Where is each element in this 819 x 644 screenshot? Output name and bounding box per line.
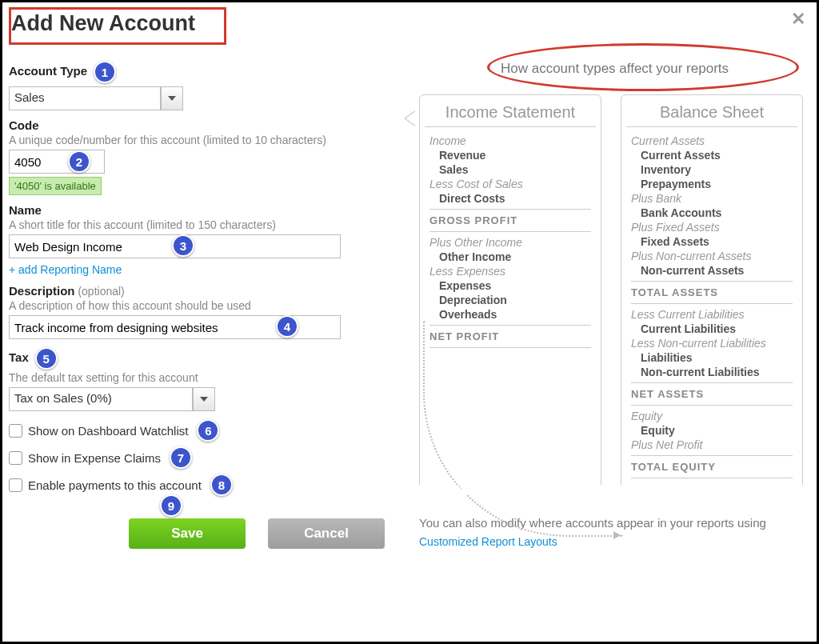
bs-less-cl: Less Current Liabilities bbox=[621, 307, 802, 322]
chevron-down-icon bbox=[168, 96, 176, 101]
speech-tail-icon bbox=[404, 110, 415, 126]
bs-liab: Liabilities bbox=[621, 350, 802, 365]
bs-equity: Equity bbox=[621, 423, 802, 438]
bs-plus-bank: Plus Bank bbox=[621, 191, 802, 206]
chevron-down-icon bbox=[200, 397, 208, 402]
is-gross-profit: GROSS PROFIT bbox=[420, 213, 601, 228]
account-type-label: Account Type bbox=[9, 64, 87, 78]
tax-hint: The default tax setting for this account bbox=[9, 371, 385, 384]
code-label: Code bbox=[9, 118, 385, 132]
marker-2: 2 bbox=[68, 150, 90, 173]
save-button[interactable]: Save bbox=[129, 518, 246, 549]
code-input[interactable] bbox=[9, 150, 105, 174]
is-overheads: Overheads bbox=[420, 307, 601, 322]
is-other-income: Other Income bbox=[420, 250, 601, 264]
code-availability: '4050' is available bbox=[9, 177, 102, 195]
is-plus-other: Plus Other Income bbox=[420, 235, 601, 250]
tax-label: Tax bbox=[9, 350, 29, 364]
marker-4: 4 bbox=[276, 315, 298, 338]
add-reporting-name-link[interactable]: + add Reporting Name bbox=[9, 263, 385, 276]
description-optional: (optional) bbox=[78, 285, 124, 298]
description-hint: A description of how this account should… bbox=[9, 299, 385, 312]
description-label: Description bbox=[9, 284, 75, 298]
bs-bank: Bank Accounts bbox=[621, 206, 802, 220]
marker-6: 6 bbox=[197, 419, 219, 442]
bs-nca: Non-current Assets bbox=[621, 263, 802, 278]
expense-checkbox[interactable] bbox=[9, 451, 22, 465]
bs-ca: Current Assets bbox=[621, 148, 802, 162]
bs-plus-nca: Plus Non-current Assets bbox=[621, 249, 802, 263]
bs-inventory: Inventory bbox=[621, 162, 802, 177]
balance-sheet-title: Balance Sheet bbox=[626, 95, 797, 127]
balance-sheet-card: Balance Sheet Current Assets Current Ass… bbox=[621, 94, 803, 490]
marker-3: 3 bbox=[172, 234, 194, 257]
footnote-text: You can also modify where accounts appea… bbox=[419, 516, 766, 530]
is-revenue: Revenue bbox=[420, 148, 601, 162]
tax-select[interactable]: Tax on Sales (0%) bbox=[9, 387, 193, 411]
bs-total-assets: TOTAL ASSETS bbox=[621, 285, 802, 300]
is-direct-costs: Direct Costs bbox=[420, 191, 601, 206]
arrowhead-icon bbox=[613, 531, 621, 539]
is-sales: Sales bbox=[420, 162, 601, 177]
account-type-dropdown-button[interactable] bbox=[161, 86, 183, 110]
dialog-frame: ✕ Add New Account Account Type 1 Sales C… bbox=[0, 0, 819, 644]
bs-ca-cat: Current Assets bbox=[621, 134, 802, 148]
watchlist-checkbox[interactable] bbox=[9, 424, 22, 438]
expense-label: Show in Expense Claims bbox=[28, 451, 161, 465]
bs-equity-cat: Equity bbox=[621, 409, 802, 423]
payments-label: Enable payments to this account bbox=[28, 478, 202, 492]
bs-less-ncl: Less Non-current Liabilities bbox=[621, 336, 802, 350]
is-less-exp: Less Expenses bbox=[420, 264, 601, 278]
title-highlight: Add New Account bbox=[9, 7, 226, 45]
marker-9: 9 bbox=[160, 494, 182, 517]
income-statement-title: Income Statement bbox=[425, 95, 596, 127]
account-type-select[interactable]: Sales bbox=[9, 86, 161, 110]
info-panel: How account types affect your reports In… bbox=[399, 61, 810, 550]
watchlist-label: Show on Dashboard Watchlist bbox=[28, 424, 188, 438]
bs-plus-fixed: Plus Fixed Assets bbox=[621, 220, 802, 234]
marker-5: 5 bbox=[35, 347, 58, 370]
code-hint: A unique code/number for this account (l… bbox=[9, 134, 385, 146]
marker-7: 7 bbox=[170, 446, 192, 469]
is-income-cat: Income bbox=[420, 134, 601, 148]
bs-prepayments: Prepayments bbox=[621, 177, 802, 191]
info-title: How account types affect your reports bbox=[419, 61, 810, 77]
bs-total-equity: TOTAL EQUITY bbox=[621, 459, 802, 474]
marker-1: 1 bbox=[94, 61, 116, 83]
is-less-cos: Less Cost of Sales bbox=[420, 177, 601, 191]
cancel-button[interactable]: Cancel bbox=[268, 518, 385, 549]
payments-checkbox[interactable] bbox=[9, 478, 22, 492]
is-net-profit: NET PROFIT bbox=[420, 329, 601, 344]
form-panel: Account Type 1 Sales Code A unique code/… bbox=[9, 61, 385, 550]
close-icon[interactable]: ✕ bbox=[791, 9, 805, 30]
bs-net-assets: NET ASSETS bbox=[621, 386, 802, 402]
is-depreciation: Depreciation bbox=[420, 293, 601, 307]
dialog-title: Add New Account bbox=[11, 10, 200, 42]
name-hint: A short title for this account (limited … bbox=[9, 218, 385, 231]
bs-plus-np: Plus Net Profit bbox=[621, 438, 802, 452]
bs-ncl: Non-current Liabilities bbox=[621, 365, 802, 379]
marker-8: 8 bbox=[210, 474, 233, 496]
name-label: Name bbox=[9, 203, 385, 217]
is-expenses: Expenses bbox=[420, 278, 601, 293]
bs-cl: Current Liabilities bbox=[621, 322, 802, 336]
tax-dropdown-button[interactable] bbox=[193, 387, 215, 411]
income-statement-card: Income Statement Income Revenue Sales Le… bbox=[419, 94, 601, 490]
bs-fixed: Fixed Assets bbox=[621, 234, 802, 249]
customized-report-layouts-link[interactable]: Customized Report Layouts bbox=[419, 535, 557, 548]
